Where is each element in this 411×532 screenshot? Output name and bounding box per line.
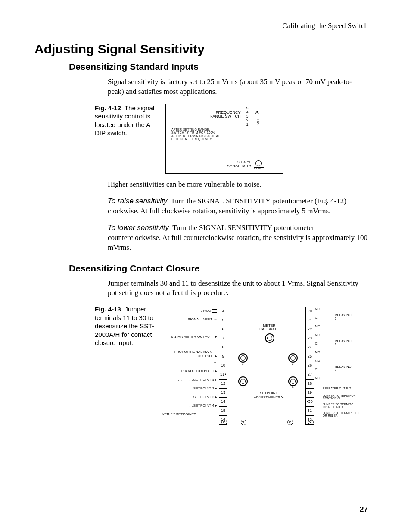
h2-desensitizing-standard-inputs: Desensitizing Standard Inputs <box>69 62 368 72</box>
body-sec2-p1: Jumper terminals 30 and 11 to desensitiz… <box>108 279 368 299</box>
fig-4-13-image: 24VDC SIGNAL INPUT → 0-1 MA METER OUTPUT… <box>162 305 354 427</box>
dip-switch: 5 4 3 2 1 <box>243 106 252 127</box>
footer-rule <box>34 501 368 501</box>
body-sec1-p1: Signal sensitivity is factory set to 25 … <box>108 77 368 97</box>
raise-sensitivity-label: To raise sensitivity <box>108 197 167 205</box>
fig-4-13-number: Fig. 4-13 <box>95 305 121 313</box>
body-sec1-rest: Higher sensitivities can be more vulnera… <box>108 180 368 253</box>
pot-3-num: 3 <box>242 385 244 389</box>
setpoint-adjustments-label: SETPOINT ADJUSTMENTS↘ <box>254 392 284 399</box>
p-sec1-intro: Signal sensitivity is factory set to 25 … <box>108 77 368 97</box>
p-sec2-intro: Jumper terminals 30 and 11 to desensitiz… <box>108 279 368 299</box>
page-number: 27 <box>360 505 368 514</box>
pot-1-num: 1 <box>242 362 244 366</box>
signal-sensitivity-pot-icon <box>254 159 264 168</box>
pot-2-num: 2 <box>292 362 294 366</box>
fig-4-12-number: Fig. 4-12 <box>95 104 121 112</box>
setpoint-pot-4-icon <box>288 376 298 386</box>
pot-4-num: 4 <box>292 385 294 389</box>
figure-4-13-row: Fig. 4-13 Jumper terminals 11 to 30 to d… <box>34 305 368 427</box>
meter-cal-pot-icon <box>265 333 274 343</box>
fig-4-13-graphic: 24VDC SIGNAL INPUT → 0-1 MA METER OUTPUT… <box>162 307 354 427</box>
screw-icon <box>241 420 246 425</box>
relay-contact-symbols: NC C NO NC C NO NC C NO <box>315 307 321 419</box>
center-adjustment-area: METER CALIBRATE 1 2 3 4 SETPOINT ADJUSTM… <box>230 307 304 423</box>
meter-calibrate-label: METER CALIBRATE <box>254 324 284 331</box>
lower-sensitivity-label: To lower sensitivity <box>108 224 169 232</box>
right-terminal-labels: REPEATER OUTPUT JUMPER TO TERM FOR CONTA… <box>323 307 361 419</box>
left-terminal-numbers: 4 5 6 7 8 9 10 11• 12 13 14 15 16 <box>219 307 227 425</box>
screw-icon <box>287 420 293 425</box>
figure-4-12-row: Fig. 4-12 The signal sensitivity control… <box>34 104 368 174</box>
p-raise-sensitivity: To raise sensitivity Turn the SIGNAL SEN… <box>108 196 368 216</box>
fig-4-13-caption: Fig. 4-13 Jumper terminals 11 to 30 to d… <box>95 305 162 347</box>
h1-adjusting-signal-sensitivity: Adjusting Signal Sensitivity <box>34 42 368 56</box>
signal-sensitivity-label: SIGNAL SENSITIVITY <box>226 160 252 168</box>
running-head-text: Calibrating the Speed Switch <box>282 22 368 30</box>
setpoint-pot-1-icon <box>238 353 248 363</box>
left-terminal-labels: 24VDC SIGNAL INPUT → 0-1 MA METER OUTPUT… <box>162 307 217 419</box>
setpoint-pot-2-icon <box>288 353 298 363</box>
p-noise-warning: Higher sensitivities can be more vulnera… <box>108 180 368 190</box>
freq-range-switch-label: FREQUENCY RANGE SWITCH <box>204 111 241 119</box>
fig-4-12-caption: Fig. 4-12 The signal sensitivity control… <box>95 104 159 137</box>
dip-column-a: A <box>255 109 259 116</box>
p-lower-sensitivity: To lower sensitivity Turn the SIGNAL SEN… <box>108 223 368 253</box>
setpoint-pot-3-icon <box>238 376 248 386</box>
running-header: Calibrating the Speed Switch <box>34 22 368 33</box>
range-note: AFTER SETTING RANGE, SWITCH "5" TRIM FOR… <box>171 128 236 140</box>
dip-off-label: OFF <box>256 118 260 125</box>
fig-4-12-graphic: FREQUENCY RANGE SWITCH 5 4 3 2 1 A OFF A… <box>170 106 279 171</box>
pot-max-label: MAX. <box>254 167 261 169</box>
fig-4-12-image: FREQUENCY RANGE SWITCH 5 4 3 2 1 A OFF A… <box>165 104 283 174</box>
right-terminal-numbers: 20 21 22 23 24 25 26 27 28 29 •30 31 32 <box>305 307 314 425</box>
h2-desensitizing-contact-closure: Desensitizing Contact Closure <box>69 263 368 274</box>
